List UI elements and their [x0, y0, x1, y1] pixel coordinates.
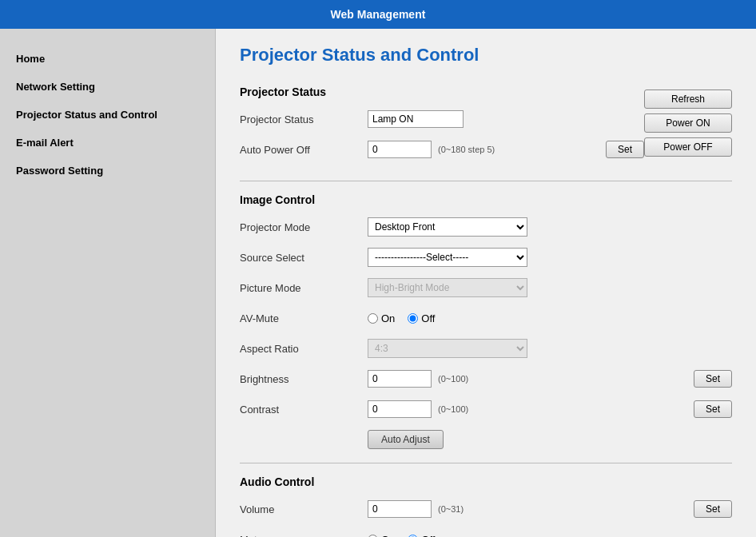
- mute-off-label[interactable]: Off: [408, 534, 435, 538]
- divider-2: [240, 463, 732, 463]
- contrast-label: Contrast: [240, 404, 368, 416]
- auto-power-off-control: (0~180 step 5) Set: [368, 141, 644, 158]
- picture-mode-select[interactable]: High-Bright Mode Standard Mode: [368, 278, 527, 297]
- auto-adjust-button[interactable]: Auto Adjust: [368, 430, 444, 449]
- picture-mode-control: High-Bright Mode Standard Mode: [368, 278, 732, 297]
- projector-status-section: Projector Status Projector Status Auto P…: [240, 86, 732, 169]
- projector-mode-select[interactable]: Desktop Front Desktop Rear Ceiling Front…: [368, 217, 527, 237]
- aspect-ratio-row: Aspect Ratio 4:3 16:9 Wide: [240, 337, 732, 360]
- projector-status-control: [368, 110, 644, 128]
- volume-row: Volume (0~31) Set: [240, 498, 732, 520]
- av-mute-control: On Off: [368, 312, 732, 324]
- aspect-ratio-select[interactable]: 4:3 16:9 Wide: [368, 339, 527, 358]
- contrast-set-button[interactable]: Set: [694, 400, 732, 418]
- brightness-hint: (0~100): [438, 374, 468, 384]
- refresh-button[interactable]: Refresh: [644, 90, 732, 109]
- projector-mode-control: Desktop Front Desktop Rear Ceiling Front…: [368, 217, 732, 237]
- sidebar-item-network-setting[interactable]: Network Setting: [16, 73, 199, 101]
- auto-power-off-label: Auto Power Off: [240, 144, 368, 156]
- app-header: Web Management: [0, 0, 756, 29]
- mute-off-radio[interactable]: [408, 535, 418, 538]
- sidebar-item-projector-status[interactable]: Projector Status and Control: [16, 101, 199, 129]
- av-mute-on-label[interactable]: On: [368, 312, 395, 324]
- auto-power-off-hint: (0~180 step 5): [438, 145, 495, 154]
- brightness-row: Brightness (0~100) Set: [240, 368, 732, 390]
- av-mute-off-text: Off: [421, 312, 435, 324]
- volume-label: Volume: [240, 503, 368, 515]
- volume-control: (0~31) Set: [368, 500, 732, 518]
- aspect-ratio-control: 4:3 16:9 Wide: [368, 339, 732, 358]
- mute-row: Mute On Off: [240, 528, 732, 537]
- auto-power-off-input[interactable]: [368, 141, 432, 158]
- power-on-button[interactable]: Power ON: [644, 113, 732, 133]
- projector-status-input[interactable]: [368, 110, 464, 128]
- audio-control-title: Audio Control: [240, 475, 732, 488]
- auto-adjust-row: Auto Adjust: [240, 428, 732, 451]
- mute-label: Mute: [240, 534, 368, 538]
- contrast-row: Contrast (0~100) Set: [240, 398, 732, 420]
- source-select-dropdown[interactable]: ----------------Select-----: [368, 248, 527, 267]
- picture-mode-row: Picture Mode High-Bright Mode Standard M…: [240, 276, 732, 299]
- source-select-label: Source Select: [240, 252, 368, 264]
- mute-control: On Off: [368, 534, 732, 538]
- auto-power-off-set-button[interactable]: Set: [606, 141, 644, 158]
- power-buttons-area: Refresh Power ON Power OFF: [644, 86, 732, 157]
- contrast-hint: (0~100): [438, 404, 468, 414]
- audio-control-section: Audio Control Volume (0~31) Set Mute: [240, 475, 732, 537]
- projector-mode-row: Projector Mode Desktop Front Desktop Rea…: [240, 216, 732, 238]
- contrast-control: (0~100) Set: [368, 400, 732, 418]
- projector-status-row: Projector Status: [240, 108, 644, 130]
- mute-on-label[interactable]: On: [368, 534, 395, 538]
- page-title: Projector Status and Control: [240, 45, 732, 66]
- aspect-ratio-label: Aspect Ratio: [240, 343, 368, 355]
- brightness-input[interactable]: [368, 370, 432, 388]
- volume-hint: (0~31): [438, 504, 464, 514]
- av-mute-radio-group: On Off: [368, 312, 435, 324]
- image-control-title: Image Control: [240, 193, 732, 206]
- contrast-input[interactable]: [368, 400, 432, 418]
- header-title: Web Management: [331, 8, 426, 21]
- brightness-label: Brightness: [240, 373, 368, 385]
- av-mute-on-text: On: [381, 312, 395, 324]
- sidebar: Home Network Setting Projector Status an…: [0, 29, 216, 537]
- av-mute-row: AV-Mute On Off: [240, 307, 732, 329]
- av-mute-off-label[interactable]: Off: [408, 312, 435, 324]
- auto-power-off-row: Auto Power Off (0~180 step 5) Set: [240, 138, 644, 161]
- brightness-control: (0~100) Set: [368, 370, 732, 388]
- mute-radio-group: On Off: [368, 534, 435, 538]
- mute-on-text: On: [381, 534, 395, 538]
- power-off-button[interactable]: Power OFF: [644, 137, 732, 157]
- main-content: Projector Status and Control Projector S…: [216, 29, 756, 537]
- sidebar-item-home[interactable]: Home: [16, 45, 199, 73]
- projector-mode-label: Projector Mode: [240, 221, 368, 233]
- mute-on-radio[interactable]: [368, 535, 378, 538]
- av-mute-label: AV-Mute: [240, 312, 368, 324]
- projector-status-title: Projector Status: [240, 86, 644, 98]
- source-select-row: Source Select ----------------Select----…: [240, 246, 732, 268]
- mute-off-text: Off: [421, 534, 435, 538]
- source-select-control: ----------------Select-----: [368, 248, 732, 267]
- sidebar-item-password-setting[interactable]: Password Setting: [16, 157, 199, 185]
- volume-set-button[interactable]: Set: [694, 500, 732, 518]
- projector-status-label: Projector Status: [240, 113, 368, 125]
- sidebar-item-email-alert[interactable]: E-mail Alert: [16, 129, 199, 157]
- picture-mode-label: Picture Mode: [240, 282, 368, 294]
- av-mute-off-radio[interactable]: [408, 313, 418, 324]
- divider-1: [240, 181, 732, 181]
- auto-adjust-control: Auto Adjust: [368, 430, 732, 449]
- av-mute-on-radio[interactable]: [368, 313, 378, 324]
- volume-input[interactable]: [368, 500, 432, 518]
- brightness-set-button[interactable]: Set: [694, 370, 732, 388]
- image-control-section: Image Control Projector Mode Desktop Fro…: [240, 193, 732, 451]
